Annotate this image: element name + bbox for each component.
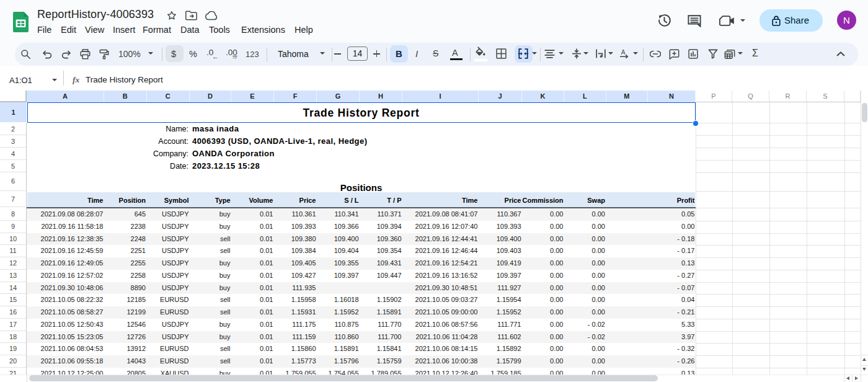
svg-text:A: A xyxy=(621,49,626,56)
